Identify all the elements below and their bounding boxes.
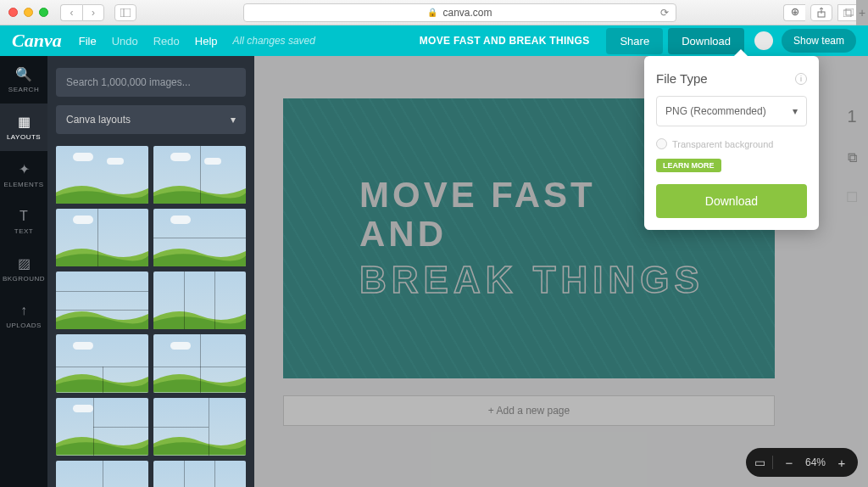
refresh-icon[interactable]: ⟳ — [660, 7, 669, 19]
page-rail: 1 ⧉ ☐ — [846, 107, 858, 205]
svg-rect-8 — [843, 10, 851, 17]
share-button[interactable]: Share — [606, 28, 663, 54]
zoom-value[interactable]: 64% — [805, 456, 826, 468]
search-input[interactable] — [56, 68, 246, 97]
layout-dropdown[interactable]: Canva layouts ▾ — [56, 105, 246, 134]
menu-help[interactable]: Help — [195, 35, 218, 48]
text-icon: T — [19, 209, 28, 224]
new-tab-button[interactable]: + — [856, 0, 868, 25]
nav-background[interactable]: ▨ BKGROUND — [0, 245, 47, 293]
svg-rect-0 — [120, 8, 131, 17]
layout-grid — [56, 146, 246, 487]
uploads-icon: ↑ — [20, 303, 27, 318]
nav-layouts[interactable]: ▦ LAYOUTS — [0, 104, 47, 151]
layout-thumbnail[interactable] — [56, 271, 148, 329]
layout-thumbnail[interactable] — [153, 146, 246, 204]
layout-thumbnail[interactable] — [153, 209, 246, 266]
layouts-icon: ▦ — [18, 114, 31, 130]
chevron-down-icon: ▾ — [793, 105, 798, 117]
delete-page-icon[interactable]: ☐ — [846, 189, 858, 205]
info-icon[interactable]: i — [795, 73, 807, 85]
browser-chrome: ‹ › 🔒 canva.com ⟳ — [0, 0, 868, 25]
zoom-out-button[interactable]: − — [782, 456, 797, 470]
forward-button[interactable]: › — [82, 4, 104, 21]
canva-logo[interactable]: Canva — [12, 30, 62, 52]
menu-undo[interactable]: Undo — [112, 35, 138, 48]
download-button[interactable]: Download — [668, 28, 744, 54]
layout-thumbnail[interactable] — [56, 398, 148, 456]
search-icon: 🔍 — [15, 66, 32, 82]
layout-dropdown-label: Canva layouts — [66, 114, 131, 126]
canvas-text-line3[interactable]: BREAK THINGS — [359, 259, 775, 301]
duplicate-page-icon[interactable]: ⧉ — [848, 150, 857, 165]
file-type-dropdown[interactable]: PNG (Recommended) ▾ — [656, 96, 807, 126]
chevron-down-icon: ▾ — [231, 114, 236, 126]
close-window-icon[interactable] — [8, 8, 18, 17]
learn-more-badge[interactable]: LEARN MORE — [656, 159, 721, 172]
file-type-value: PNG (Recommended) — [665, 105, 766, 117]
back-button[interactable]: ‹ — [60, 4, 82, 21]
layout-thumbnail[interactable] — [153, 461, 246, 487]
transparent-bg-radio — [656, 138, 667, 149]
popup-title: File Type — [656, 71, 708, 86]
zoom-controls: ▭ − 64% + — [746, 448, 858, 477]
page-number: 1 — [847, 107, 856, 126]
layout-thumbnail[interactable] — [153, 271, 246, 329]
download-popup: File Type i PNG (Recommended) ▾ Transpar… — [644, 56, 819, 230]
layout-thumbnail[interactable] — [56, 334, 148, 392]
save-status: All changes saved — [233, 35, 315, 47]
svg-rect-9 — [846, 8, 854, 15]
window-controls — [8, 8, 48, 17]
nav-text[interactable]: T TEXT — [0, 199, 47, 245]
background-icon: ▨ — [18, 255, 31, 271]
nav-history: ‹ › — [60, 4, 104, 21]
minimize-window-icon[interactable] — [24, 8, 33, 17]
zoom-in-button[interactable]: + — [834, 456, 849, 470]
menu-redo[interactable]: Redo — [153, 35, 180, 48]
transparent-bg-option: Transparent background — [656, 138, 807, 149]
download-confirm-button[interactable]: Download — [656, 184, 807, 218]
elements-icon: ✦ — [19, 161, 30, 177]
main-area: 🔍 SEARCH ▦ LAYOUTS ✦ ELEMENTS T TEXT ▨ B… — [0, 56, 868, 487]
maximize-window-icon[interactable] — [39, 8, 48, 17]
user-avatar[interactable] — [754, 31, 773, 50]
menu-bar: File Undo Redo Help — [79, 35, 218, 48]
layout-thumbnail[interactable] — [56, 209, 148, 266]
layout-thumbnail[interactable] — [153, 334, 246, 392]
layout-thumbnail[interactable] — [153, 398, 246, 456]
show-team-button[interactable]: Show team — [782, 29, 856, 53]
add-page-button[interactable]: + Add a new page — [283, 395, 775, 426]
layout-thumbnail[interactable] — [56, 461, 148, 487]
layout-thumbnail[interactable] — [56, 146, 148, 204]
sidebar-toggle-button[interactable] — [114, 4, 136, 21]
side-panel: Canva layouts ▾ — [47, 56, 254, 487]
menu-file[interactable]: File — [79, 35, 97, 48]
url-bar[interactable]: 🔒 canva.com ⟳ — [243, 3, 676, 22]
lock-icon: 🔒 — [427, 8, 437, 17]
nav-search[interactable]: 🔍 SEARCH — [0, 56, 47, 104]
url-text: canva.com — [442, 7, 492, 19]
nav-uploads[interactable]: ↑ UPLOADS — [0, 293, 47, 339]
downloads-button[interactable] — [783, 4, 805, 21]
share-button[interactable] — [810, 4, 832, 21]
present-icon[interactable]: ▭ — [754, 456, 773, 469]
document-title[interactable]: MOVE FAST AND BREAK THINGS — [420, 35, 590, 47]
nav-rail: 🔍 SEARCH ▦ LAYOUTS ✦ ELEMENTS T TEXT ▨ B… — [0, 56, 47, 487]
transparent-bg-label: Transparent background — [672, 139, 773, 149]
nav-elements[interactable]: ✦ ELEMENTS — [0, 151, 47, 199]
